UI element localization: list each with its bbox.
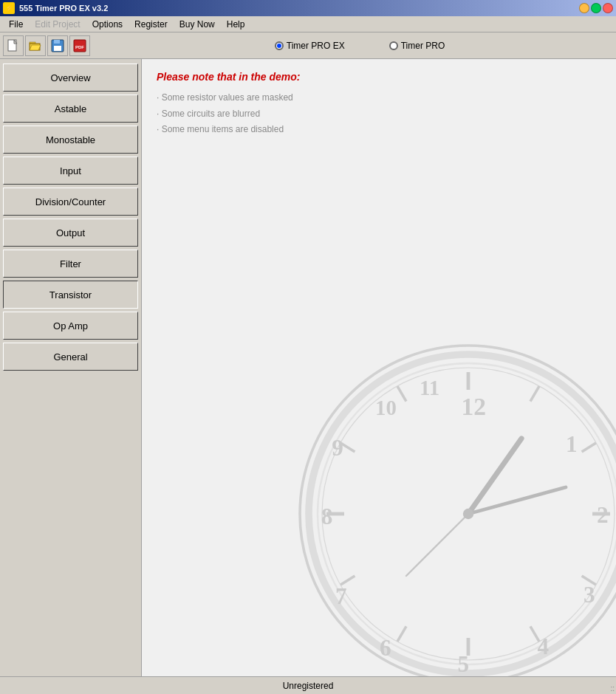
open-button[interactable]	[25, 35, 46, 56]
window-controls	[579, 3, 613, 13]
menu-help[interactable]: Help	[221, 18, 251, 31]
app-icon: ⚡	[3, 2, 15, 14]
sidebar-item-astable[interactable]: Astable	[3, 95, 138, 123]
menu-file[interactable]: File	[3, 18, 29, 31]
sidebar-item-division-counter[interactable]: Division/Counter	[3, 188, 138, 216]
tab-timer-pro-label: Timer PRO	[401, 41, 445, 51]
svg-text:9: 9	[332, 435, 343, 461]
sidebar-item-transistor[interactable]: Transistor	[3, 281, 138, 309]
menu-buy-now[interactable]: Buy Now	[174, 18, 221, 31]
radio-timer-pro[interactable]	[389, 41, 398, 50]
new-button[interactable]	[3, 35, 24, 56]
tab-bar: Timer PRO EX Timer PRO	[106, 41, 613, 51]
save-icon	[51, 39, 64, 52]
sidebar-item-overview[interactable]: Overview	[3, 63, 138, 92]
sidebar-item-filter[interactable]: Filter	[3, 250, 138, 278]
demo-list: Some resistor values are masked Some cir…	[157, 90, 601, 138]
menu-edit-project: Edit Project	[29, 18, 86, 31]
svg-point-41	[463, 509, 473, 519]
svg-text:PDF: PDF	[75, 45, 84, 49]
save-button[interactable]	[47, 35, 68, 56]
status-bar: Unregistered ::	[0, 676, 616, 694]
svg-rect-7	[54, 46, 61, 51]
demo-title: Please note that in the demo:	[157, 71, 601, 83]
content-area: Please note that in the demo: Some resis…	[142, 59, 616, 676]
svg-text:12: 12	[461, 393, 486, 420]
sidebar-item-input[interactable]: Input	[3, 157, 138, 185]
tab-timer-pro-ex[interactable]: Timer PRO EX	[275, 41, 345, 51]
svg-text:3: 3	[584, 582, 595, 608]
demo-list-item-3: Some menu items are disabled	[157, 122, 601, 138]
demo-list-item-1: Some resistor values are masked	[157, 90, 601, 106]
status-text: Unregistered	[283, 681, 334, 691]
pdf-icon: PDF	[73, 39, 86, 52]
svg-text:10: 10	[375, 396, 397, 419]
tab-timer-pro[interactable]: Timer PRO	[389, 41, 445, 51]
sidebar-item-monostable[interactable]: Monostable	[3, 126, 138, 154]
svg-text:11: 11	[420, 376, 439, 399]
maximize-button[interactable]	[591, 3, 601, 13]
sidebar-item-general[interactable]: General	[3, 343, 138, 371]
pdf-button[interactable]: PDF	[69, 35, 90, 56]
sidebar: Overview Astable Monostable Input Divisi…	[0, 59, 142, 676]
clock-watermark: 12 1 2 3 4 5 6 7 8 9 10 11	[291, 337, 616, 676]
toolbar: PDF Timer PRO EX Timer PRO	[0, 32, 616, 59]
demo-notice: Please note that in the demo: Some resis…	[142, 59, 616, 150]
resize-icon: ::	[610, 684, 615, 693]
svg-rect-6	[54, 40, 60, 44]
new-icon	[7, 39, 20, 52]
svg-text:2: 2	[597, 502, 609, 528]
menu-options[interactable]: Options	[86, 18, 129, 31]
svg-text:7: 7	[335, 583, 347, 609]
svg-text:8: 8	[321, 504, 333, 529]
minimize-button[interactable]	[579, 3, 589, 13]
open-icon	[29, 39, 42, 52]
svg-text:1: 1	[566, 431, 578, 457]
svg-text:6: 6	[380, 635, 391, 661]
close-button[interactable]	[603, 3, 613, 13]
svg-text:4: 4	[538, 633, 550, 659]
radio-timer-pro-ex[interactable]	[275, 41, 284, 50]
title-bar: ⚡ 555 Timer PRO EX v3.2	[0, 0, 616, 16]
svg-text:5: 5	[458, 651, 470, 676]
menu-register[interactable]: Register	[129, 18, 174, 31]
app-title: 555 Timer PRO EX v3.2	[19, 4, 108, 13]
sidebar-item-op-amp[interactable]: Op Amp	[3, 312, 138, 340]
demo-list-item-2: Some circuits are blurred	[157, 106, 601, 123]
tab-timer-pro-ex-label: Timer PRO EX	[287, 41, 345, 51]
sidebar-item-output[interactable]: Output	[3, 219, 138, 247]
main-layout: Overview Astable Monostable Input Divisi…	[0, 59, 616, 676]
menu-bar: File Edit Project Options Register Buy N…	[0, 16, 616, 32]
